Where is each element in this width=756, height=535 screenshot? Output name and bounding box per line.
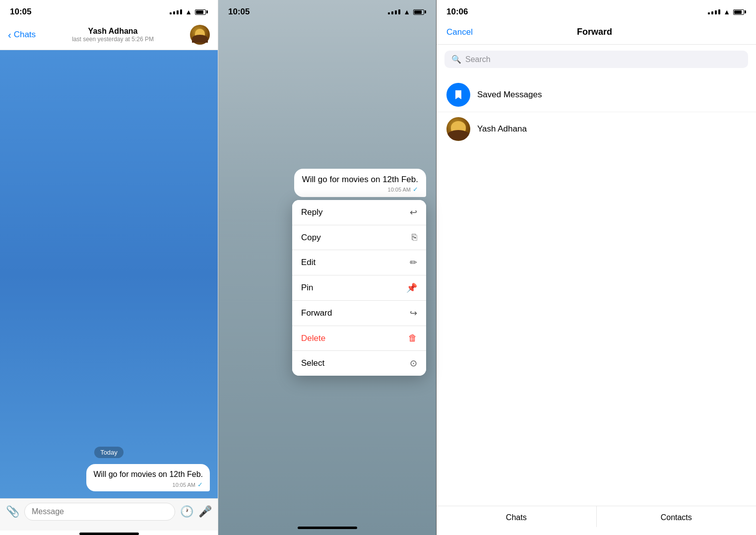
status-icons-3: ▲ xyxy=(708,8,746,16)
message-check-icon: ✓ xyxy=(197,481,203,488)
context-menu-delete[interactable]: Delete 🗑 xyxy=(292,326,426,351)
yash-avatar xyxy=(446,117,470,141)
select-label: Select xyxy=(301,358,324,368)
status-icons-2: ▲ xyxy=(388,8,426,16)
forward-label: Forward xyxy=(301,308,332,318)
context-menu-select[interactable]: Select ⊙ xyxy=(292,351,426,376)
battery-icon-3 xyxy=(733,9,746,15)
saved-messages-avatar xyxy=(446,83,470,107)
contact-status: last seen yesterday at 5:26 PM xyxy=(41,36,185,43)
sticker-icon[interactable]: 🕐 xyxy=(180,505,193,518)
chat-header: ‹ Chats Yash Adhana last seen yesterday … xyxy=(0,22,218,50)
copy-icon: ⎘ xyxy=(412,232,417,243)
forward-tabs: Chats Contacts xyxy=(437,506,756,535)
context-message-time: 10:05 AM xyxy=(388,187,411,193)
back-chevron-icon: ‹ xyxy=(8,29,11,41)
status-time-1: 10:05 xyxy=(10,7,31,17)
chat-body: Today Will go for movies on 12th Feb. 10… xyxy=(0,50,218,498)
message-input[interactable] xyxy=(24,503,175,521)
contact-name: Yash Adhana xyxy=(41,27,185,36)
forward-list: Saved Messages Yash Adhana xyxy=(437,74,756,506)
battery-icon-1 xyxy=(195,9,208,15)
context-menu: Reply ↩ Copy ⎘ Edit ✏ Pin 📌 Forward ↪ De… xyxy=(292,200,426,376)
avatar[interactable] xyxy=(190,25,210,45)
wifi-icon-3: ▲ xyxy=(723,8,730,16)
context-menu-pin[interactable]: Pin 📌 xyxy=(292,275,426,301)
pin-label: Pin xyxy=(301,283,314,293)
back-button[interactable]: ‹ Chats xyxy=(8,29,36,41)
wifi-icon-1: ▲ xyxy=(185,8,192,16)
home-bar-2 xyxy=(298,527,357,529)
saved-messages-label: Saved Messages xyxy=(477,90,542,100)
yash-contact-label: Yash Adhana xyxy=(477,124,527,134)
chat-input-bar: 📎 🕐 🎤 xyxy=(0,498,218,531)
signal-icon-2 xyxy=(388,9,400,14)
search-placeholder: Search xyxy=(465,55,491,64)
context-message-meta: 10:05 AM ✓ xyxy=(302,186,418,193)
tab-chats[interactable]: Chats xyxy=(437,506,597,527)
status-time-2: 10:05 xyxy=(228,7,250,17)
signal-icon-3 xyxy=(708,9,720,14)
battery-icon-2 xyxy=(413,9,426,15)
signal-icon-1 xyxy=(170,9,182,14)
context-check-icon: ✓ xyxy=(413,186,418,193)
forward-header: Cancel Forward xyxy=(437,22,756,45)
message-time: 10:05 AM xyxy=(173,482,195,488)
message-meta: 10:05 AM ✓ xyxy=(93,481,203,488)
context-menu-edit[interactable]: Edit ✏ xyxy=(292,250,426,275)
chat-header-center: Yash Adhana last seen yesterday at 5:26 … xyxy=(41,27,185,43)
reply-icon: ↩ xyxy=(410,207,417,218)
status-bar-1: 10:05 ▲ xyxy=(0,0,218,22)
edit-label: Edit xyxy=(301,258,315,268)
panel-chat: 10:05 ▲ ‹ Chats Yash Adhana last see xyxy=(0,0,218,535)
list-item-yash[interactable]: Yash Adhana xyxy=(437,112,756,146)
select-icon: ⊙ xyxy=(410,358,417,369)
forward-icon: ↪ xyxy=(410,308,417,319)
context-message-bubble: Will go for movies on 12th Feb. 10:05 AM… xyxy=(294,169,426,197)
home-bar-1 xyxy=(79,533,139,535)
reply-label: Reply xyxy=(301,207,322,217)
forward-title: Forward xyxy=(577,27,612,37)
back-label: Chats xyxy=(14,30,36,40)
context-message-text: Will go for movies on 12th Feb. xyxy=(302,175,418,185)
context-menu-reply[interactable]: Reply ↩ xyxy=(292,200,426,225)
status-time-3: 10:06 xyxy=(446,7,468,17)
status-bar-3: 10:06 ▲ xyxy=(437,0,756,22)
pin-icon: 📌 xyxy=(406,282,417,293)
mic-icon[interactable]: 🎤 xyxy=(198,505,212,518)
bookmark-icon xyxy=(452,89,464,101)
search-bar[interactable]: 🔍 Search xyxy=(444,51,748,68)
context-menu-copy[interactable]: Copy ⎘ xyxy=(292,225,426,250)
message-text: Will go for movies on 12th Feb. xyxy=(93,469,203,480)
status-bar-2: 10:05 ▲ xyxy=(218,0,436,22)
search-icon: 🔍 xyxy=(451,55,461,64)
delete-label: Delete xyxy=(301,334,325,343)
tab-contacts[interactable]: Contacts xyxy=(597,506,756,527)
wifi-icon-2: ▲ xyxy=(403,8,410,16)
context-content: Will go for movies on 12th Feb. 10:05 AM… xyxy=(218,22,436,523)
copy-label: Copy xyxy=(301,233,321,243)
panel-forward: 10:06 ▲ Cancel Forward 🔍 Search xyxy=(437,0,756,535)
attachment-icon[interactable]: 📎 xyxy=(6,505,19,518)
context-menu-forward[interactable]: Forward ↪ xyxy=(292,301,426,326)
edit-icon: ✏ xyxy=(410,257,417,268)
list-item-saved[interactable]: Saved Messages xyxy=(437,78,756,112)
message-bubble: Will go for movies on 12th Feb. 10:05 AM… xyxy=(86,464,210,491)
status-icons-1: ▲ xyxy=(170,8,208,16)
panel-context: 10:05 ▲ Will go for movies on 12th Feb. … xyxy=(218,0,437,535)
cancel-button[interactable]: Cancel xyxy=(446,27,473,37)
delete-icon: 🗑 xyxy=(408,333,417,343)
today-badge: Today xyxy=(94,447,124,458)
